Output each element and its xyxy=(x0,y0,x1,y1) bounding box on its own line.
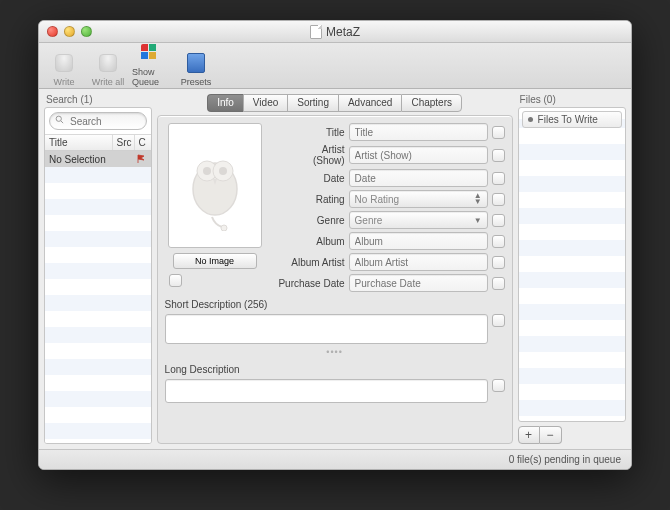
album-artist-label: Album Artist xyxy=(271,257,345,268)
rating-label: Rating xyxy=(271,194,345,205)
search-icon xyxy=(55,115,65,125)
files-listbox[interactable]: Files To Write xyxy=(518,107,626,422)
rating-select[interactable]: No Rating▲▼ xyxy=(349,190,488,208)
title-field[interactable] xyxy=(349,123,488,141)
artist-field[interactable] xyxy=(349,146,488,164)
toolbar-presets[interactable]: Presets xyxy=(176,50,216,87)
rating-checkbox[interactable] xyxy=(492,193,505,206)
svg-point-0 xyxy=(56,116,61,121)
title-checkbox[interactable] xyxy=(492,126,505,139)
toolbar-write[interactable]: Write xyxy=(44,50,84,87)
no-selection-label: No Selection xyxy=(49,154,106,165)
info-form: No Image Title Artist (Show) xyxy=(157,115,513,444)
svg-point-6 xyxy=(219,167,227,175)
stepper-icon: ▲▼ xyxy=(474,193,482,205)
artist-checkbox[interactable] xyxy=(492,149,505,162)
long-desc-checkbox[interactable] xyxy=(492,379,505,392)
date-field[interactable] xyxy=(349,169,488,187)
toolbar-write-all-label: Write all xyxy=(92,77,124,87)
search-listbox: Title Src C No Selection xyxy=(44,107,152,444)
toolbar-presets-label: Presets xyxy=(181,77,212,87)
toolbar: Write Write all Show Queue Presets xyxy=(39,43,631,89)
add-file-button[interactable]: + xyxy=(518,426,540,444)
fields: Title Artist (Show) xyxy=(271,123,505,292)
queue-status-label: 0 file(s) pending in queue xyxy=(509,454,621,465)
svg-point-7 xyxy=(221,225,227,231)
short-desc-field[interactable] xyxy=(165,314,488,344)
document-icon xyxy=(310,25,322,39)
content-area: Search (1) Title Src C No Selection xyxy=(39,89,631,449)
minimize-icon[interactable] xyxy=(64,26,75,37)
files-panel-title: Files (0) xyxy=(518,94,626,107)
titlebar: MetaZ xyxy=(39,21,631,43)
files-header-label: Files To Write xyxy=(538,114,598,125)
purchase-date-label: Purchase Date xyxy=(271,278,345,289)
write-all-icon xyxy=(99,54,117,72)
presets-icon xyxy=(187,53,205,73)
toolbar-show-queue[interactable]: Show Queue xyxy=(132,40,172,87)
artist-label: Artist (Show) xyxy=(271,144,345,166)
genre-select[interactable]: Genre▼ xyxy=(349,211,488,229)
album-label: Album xyxy=(271,236,345,247)
purchase-date-checkbox[interactable] xyxy=(492,277,505,290)
purchase-date-field[interactable] xyxy=(349,274,488,292)
search-panel-title: Search (1) xyxy=(44,94,152,107)
short-desc-label: Short Description (256) xyxy=(165,299,505,310)
tab-video[interactable]: Video xyxy=(243,94,287,112)
tab-bar: Info Video Sorting Advanced Chapters xyxy=(207,94,462,112)
remove-file-button[interactable]: − xyxy=(540,426,562,444)
tab-sorting[interactable]: Sorting xyxy=(287,94,338,112)
long-desc-label: Long Description xyxy=(165,364,505,375)
write-icon xyxy=(55,54,73,72)
date-label: Date xyxy=(271,173,345,184)
artwork-checkbox[interactable] xyxy=(169,274,182,287)
flag-icon xyxy=(137,154,147,164)
close-icon[interactable] xyxy=(47,26,58,37)
toolbar-write-all[interactable]: Write all xyxy=(88,50,128,87)
tab-info[interactable]: Info xyxy=(207,94,243,112)
svg-point-5 xyxy=(203,167,211,175)
svg-line-1 xyxy=(61,121,63,123)
zoom-icon[interactable] xyxy=(81,26,92,37)
album-field[interactable] xyxy=(349,232,488,250)
col-title[interactable]: Title xyxy=(45,135,113,150)
album-artist-field[interactable] xyxy=(349,253,488,271)
title-label: Title xyxy=(271,127,345,138)
editor-panel: Info Video Sorting Advanced Chapters xyxy=(157,94,513,444)
album-checkbox[interactable] xyxy=(492,235,505,248)
long-desc-field[interactable] xyxy=(165,379,488,403)
genre-label: Genre xyxy=(271,215,345,226)
chevron-down-icon: ▼ xyxy=(474,216,482,225)
app-window: MetaZ Write Write all Show Queue Presets… xyxy=(38,20,632,470)
artwork-well[interactable] xyxy=(168,123,262,248)
toolbar-show-queue-label: Show Queue xyxy=(132,67,172,87)
search-row-selected[interactable]: No Selection xyxy=(45,151,151,167)
tab-chapters[interactable]: Chapters xyxy=(401,94,462,112)
search-panel: Search (1) Title Src C No Selection xyxy=(44,94,152,444)
window-controls xyxy=(47,26,92,37)
no-image-button[interactable]: No Image xyxy=(173,253,257,269)
album-artist-checkbox[interactable] xyxy=(492,256,505,269)
col-c[interactable]: C xyxy=(135,135,151,150)
tab-advanced[interactable]: Advanced xyxy=(338,94,401,112)
status-bar: 0 file(s) pending in queue xyxy=(39,449,631,469)
genre-checkbox[interactable] xyxy=(492,214,505,227)
queue-icon xyxy=(141,44,163,62)
files-header[interactable]: Files To Write xyxy=(522,111,622,128)
files-panel: Files (0) Files To Write + − xyxy=(518,94,626,444)
date-checkbox[interactable] xyxy=(492,172,505,185)
search-columns[interactable]: Title Src C xyxy=(45,134,151,151)
bullet-icon xyxy=(528,117,533,122)
search-results[interactable]: No Selection xyxy=(45,151,151,443)
resize-grip-icon[interactable]: •••• xyxy=(326,347,343,357)
toolbar-write-label: Write xyxy=(54,77,75,87)
window-title: MetaZ xyxy=(326,25,360,39)
col-src[interactable]: Src xyxy=(113,135,135,150)
short-desc-checkbox[interactable] xyxy=(492,314,505,327)
owl-placeholder-icon xyxy=(180,141,250,231)
